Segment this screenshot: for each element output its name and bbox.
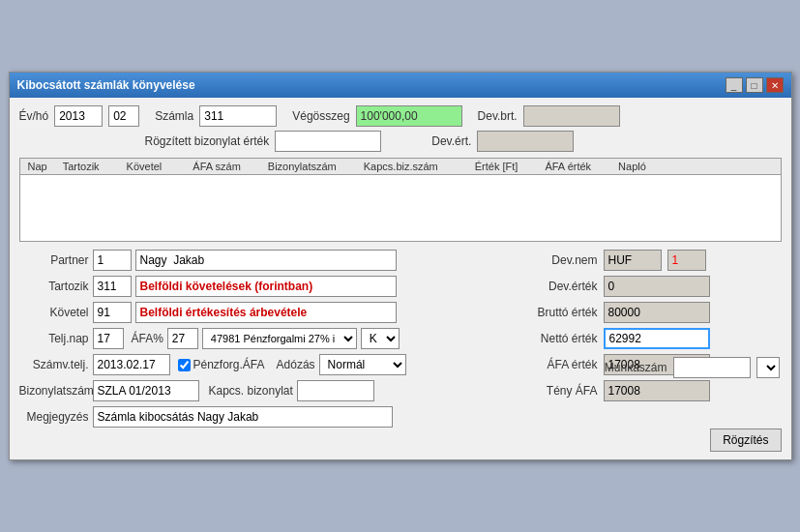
tenyAfa-label: Tény ÁFA (520, 384, 598, 398)
tartozik-desc-input[interactable] (135, 276, 397, 297)
szamla-input[interactable] (199, 105, 277, 127)
kovetel-row: Követel (19, 302, 509, 323)
col-kovet: Követel (123, 161, 166, 172)
munkaszam-select[interactable] (756, 357, 780, 378)
col-nap: Nap (24, 161, 51, 172)
bizonylat-row: Bizonylatszám Kapcs. bizonylat (19, 380, 509, 401)
netto-row: Nettó érték (520, 328, 782, 349)
megjegyzes-label: Megjegyzés (19, 410, 89, 424)
devErt-input[interactable] (477, 131, 574, 152)
col-kapcs: Kapcs.biz.szám (360, 161, 442, 172)
adozas-label: Adózás (277, 358, 315, 371)
close-button[interactable]: ✕ (766, 77, 784, 93)
afa-input[interactable] (167, 328, 198, 349)
devErt-label: Dev.ért. (431, 134, 471, 148)
partner-label: Partner (19, 253, 89, 267)
megjegyzes-row: Megjegyzés (19, 406, 509, 428)
window-controls: _ □ ✕ (726, 77, 784, 93)
bizonylat-input[interactable] (93, 380, 199, 401)
window-title: Kibocsátott számlák könyvelése (17, 78, 195, 92)
col-ertek: Érték [Ft] (471, 161, 522, 172)
szamvtelj-label: Számv.telj. (19, 358, 89, 371)
afaErt-label: ÁFA érték (520, 358, 598, 371)
szamvtelj-row: Számv.telj. Pénzforg.ÁFA Adózás Normál (19, 354, 509, 375)
grid-header: Nap Tartozik Követel ÁFA szám Bizonylats… (19, 158, 782, 174)
devnem-input[interactable] (604, 250, 662, 271)
vegosszeg-label: Végösszeg (292, 109, 349, 123)
devbrt-input[interactable] (523, 105, 620, 127)
devErt-val-input[interactable] (604, 276, 710, 297)
ho-input[interactable] (108, 105, 139, 127)
tartozik-label: Tartozik (19, 280, 89, 293)
ev-input[interactable] (54, 105, 103, 127)
tenyAfa-row: Tény ÁFA (520, 380, 782, 401)
tartozik-row: Tartozik (19, 276, 509, 297)
minimize-button[interactable]: _ (726, 77, 743, 93)
data-grid[interactable] (19, 174, 782, 242)
afa-select[interactable]: 47981 Pénzforgalmi 27% i (202, 328, 357, 349)
teljesnap-row: Telj.nap ÁFA% 47981 Pénzforgalmi 27% i K (19, 328, 509, 349)
teljesnap-input[interactable] (93, 328, 124, 349)
penzforg-area: Pénzforg.ÁFA (178, 358, 265, 371)
devnem-row: Dev.nem (520, 250, 782, 271)
kovetel-desc-input[interactable] (135, 302, 397, 323)
teljesnap-label: Telj.nap (19, 332, 89, 345)
second-row: Rögzített bizonylat érték Dev.ért. (19, 131, 782, 152)
penzforg-checkbox[interactable] (178, 359, 191, 371)
devnem-label: Dev.nem (520, 253, 598, 267)
bizonylat-label: Bizonylatszám (19, 384, 89, 398)
netto-label: Nettó érték (520, 332, 598, 345)
kovetel-num-input[interactable] (93, 302, 132, 323)
brutto-row: Bruttó érték (520, 302, 782, 323)
right-form: Dev.nem Dev.érték Bruttó érték Nettó ért… (520, 250, 782, 432)
left-form: Partner Tartozik Követel (19, 250, 509, 432)
kapcs-bizonylat-label: Kapcs. bizonylat (209, 384, 293, 398)
col-afa-szam: ÁFA szám (189, 161, 245, 172)
k-select[interactable]: K (361, 328, 400, 349)
tenyAfa-input[interactable] (604, 380, 710, 401)
partner-row: Partner (19, 250, 509, 271)
partner-name-input[interactable] (135, 250, 397, 271)
szamvtelj-input[interactable] (93, 354, 170, 375)
col-tartozik: Tartozik (59, 161, 104, 172)
form-section: Partner Tartozik Követel (19, 250, 782, 432)
main-window: Kibocsátott számlák könyvelése _ □ ✕ Év/… (9, 72, 792, 460)
rogzites-button[interactable]: Rögzítés (710, 429, 781, 452)
munkaszam-label: Munkaszám (605, 361, 667, 374)
rogzitett-input[interactable] (275, 131, 381, 152)
vegosszeg-input[interactable] (356, 105, 462, 127)
afa-label: ÁFA% (132, 332, 163, 345)
penzforg-label: Pénzforg.ÁFA (193, 358, 265, 371)
col-naplo: Napló (614, 161, 650, 172)
megjegyzes-input[interactable] (93, 406, 393, 428)
col-bizonylat: Bizonylatszám (264, 161, 341, 172)
kapcs-bizonylat-input[interactable] (297, 380, 374, 401)
netto-input[interactable] (604, 328, 710, 349)
brutto-input[interactable] (604, 302, 710, 323)
devbrt-label: Dev.brt. (478, 109, 518, 123)
rogzitett-label: Rögzített bizonylat érték (145, 134, 270, 148)
title-bar: Kibocsátott számlák könyvelése _ □ ✕ (10, 73, 791, 98)
devErt-row: Dev.érték (520, 276, 782, 297)
col-afa-ertek: ÁFA érték (541, 161, 595, 172)
devnem-num-input[interactable] (667, 250, 706, 271)
top-row: Év/hó Számla Végösszeg Dev.brt. (19, 105, 782, 127)
szamla-label: Számla (155, 109, 193, 123)
brutto-label: Bruttó érték (520, 306, 598, 319)
evho-label: Év/hó (19, 109, 49, 123)
adozas-select[interactable]: Normál (319, 354, 406, 375)
kovetel-label: Követel (19, 306, 89, 319)
maximize-button[interactable]: □ (746, 77, 763, 93)
devErtVal-label: Dev.érték (520, 280, 598, 293)
partner-num-input[interactable] (93, 250, 132, 271)
tartozik-num-input[interactable] (93, 276, 132, 297)
munkaszam-input[interactable] (673, 357, 751, 378)
